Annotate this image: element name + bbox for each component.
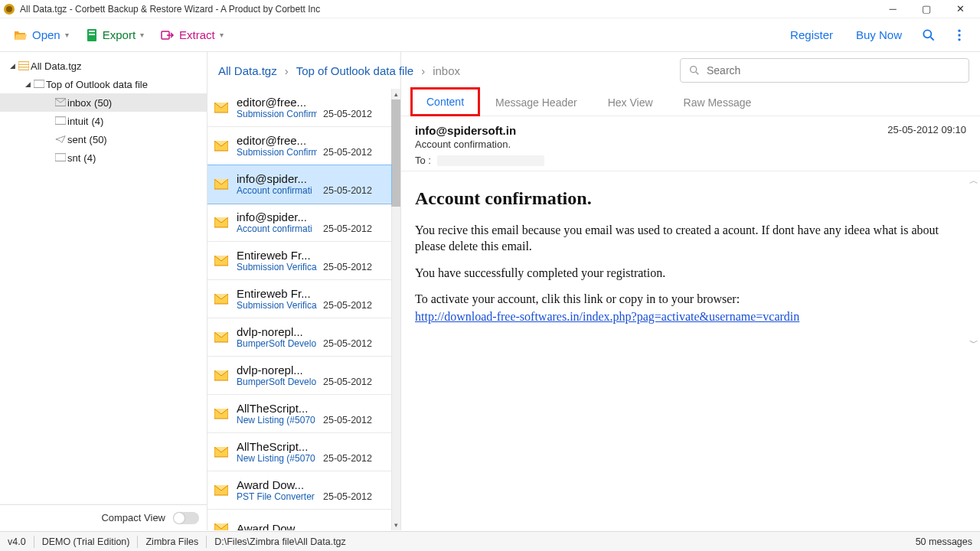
- status-path: D:\Files\Zimbra file\All Data.tgz: [214, 536, 346, 547]
- message-header: 25-05-2012 09:10 info@spidersoft.in Acco…: [401, 116, 980, 171]
- scroll-up-icon[interactable]: ▴: [391, 89, 400, 99]
- svg-rect-14: [55, 117, 66, 125]
- tree-top[interactable]: ◢ Top of Outlook data file: [0, 75, 207, 93]
- compact-view-toggle[interactable]: [173, 512, 199, 524]
- chevron-right-icon: ›: [285, 64, 289, 77]
- window-title: All Data.tgz - Corbett Backup & Restore …: [20, 4, 320, 15]
- compact-view-row: Compact View: [0, 504, 207, 530]
- message-row[interactable]: editor@free...Submission Confirm25-05-20…: [207, 89, 391, 127]
- breadcrumb: All Data.tgz › Top of Outlook data file …: [218, 64, 460, 77]
- crumb-top[interactable]: Top of Outlook data file: [296, 64, 413, 77]
- export-button[interactable]: Export▾: [81, 25, 149, 45]
- svg-rect-12: [34, 80, 44, 88]
- body-p2: You have successfully completed your reg…: [415, 266, 966, 282]
- svg-rect-3: [89, 31, 95, 32]
- status-edition: DEMO (Trial Edition): [42, 536, 130, 547]
- search-icon[interactable]: [917, 24, 940, 47]
- more-icon[interactable]: [948, 24, 971, 47]
- status-bar: v4.0 DEMO (Trial Edition) Zimbra Files D…: [0, 531, 980, 551]
- message-body: ︿ Account confirmation. You recive this …: [401, 171, 980, 353]
- message-row[interactable]: AllTheScript...New Listing (#507025-05-2…: [207, 433, 391, 471]
- mail-icon: [214, 179, 229, 190]
- row-date: 25-05-2012: [323, 109, 372, 119]
- caret-icon[interactable]: ◢: [23, 80, 32, 88]
- crumb-current: inbox: [433, 64, 460, 77]
- row-from: AllTheScript...: [237, 402, 384, 415]
- mail-icon: [214, 256, 229, 266]
- message-row[interactable]: editor@free...Submission Confirm25-05-20…: [207, 127, 391, 165]
- message-row[interactable]: Award Dow...: [207, 510, 391, 530]
- search-input[interactable]: [707, 64, 961, 77]
- row-subject: Submission Confirm: [237, 147, 317, 158]
- list-scrollbar[interactable]: ▴ ▾: [391, 89, 400, 530]
- caret-icon[interactable]: ◢: [8, 62, 17, 70]
- body-p3: To activate your account, clik this link…: [415, 292, 966, 308]
- tab-message-header[interactable]: Message Header: [480, 89, 593, 116]
- row-subject: Account confirmati: [237, 223, 317, 234]
- message-row[interactable]: info@spider...Account confirmati25-05-20…: [207, 165, 391, 204]
- titlebar: All Data.tgz - Corbett Backup & Restore …: [0, 0, 980, 18]
- tree-item-intuit[interactable]: intuit (4): [0, 112, 207, 130]
- mail-icon: [214, 523, 229, 531]
- message-row[interactable]: AllTheScript...New Listing (#507025-05-2…: [207, 395, 391, 433]
- row-subject: Submission Verifica: [237, 262, 317, 272]
- mail-icon: [214, 485, 229, 496]
- row-from: editor@free...: [237, 134, 384, 147]
- mail-icon: [214, 294, 229, 305]
- tree-item-snt[interactable]: snt (4): [0, 148, 207, 167]
- register-link[interactable]: Register: [782, 25, 841, 44]
- svg-rect-4: [89, 34, 95, 35]
- message-row[interactable]: Entireweb Fr...Submission Verifica25-05-…: [207, 242, 391, 280]
- scroll-down-icon[interactable]: ▾: [391, 520, 400, 530]
- body-scroll-down-icon[interactable]: ﹀: [969, 337, 978, 350]
- row-date: 25-05-2012: [323, 262, 372, 272]
- row-from: Entireweb Fr...: [237, 249, 384, 262]
- tree-item-inbox[interactable]: inbox (50): [0, 93, 207, 112]
- preview-tabs: Content Message Header Hex View Raw Mess…: [401, 89, 980, 116]
- message-row[interactable]: Entireweb Fr...Submission Verifica25-05-…: [207, 280, 391, 318]
- message-row[interactable]: Award Dow...PST File Converter :25-05-20…: [207, 471, 391, 510]
- body-scroll-up-icon[interactable]: ︿: [969, 174, 978, 187]
- row-date: 25-05-2012: [323, 147, 372, 158]
- maximize-button[interactable]: ▢: [910, 1, 943, 18]
- svg-point-9: [958, 38, 960, 41]
- list-scrollbar-thumb[interactable]: [391, 99, 400, 207]
- message-from: info@spidersoft.in: [415, 124, 966, 137]
- chevron-down-icon: ▾: [220, 31, 224, 39]
- activation-link[interactable]: http://download-free-softwares.in/index.…: [415, 310, 799, 323]
- status-count: 50 messages: [916, 536, 972, 547]
- crumb-root[interactable]: All Data.tgz: [218, 64, 277, 77]
- row-subject: PST File Converter :: [237, 491, 317, 502]
- row-date: 25-05-2012: [323, 185, 372, 196]
- svg-point-6: [923, 30, 931, 37]
- tab-hex-view[interactable]: Hex View: [593, 89, 668, 116]
- row-from: info@spider...: [237, 210, 384, 223]
- svg-point-8: [958, 34, 960, 36]
- message-row[interactable]: dvlp-norepl...BumperSoft Develo25-05-201…: [207, 357, 391, 395]
- tab-raw-message[interactable]: Raw Message: [668, 89, 767, 116]
- mail-icon: [214, 409, 229, 419]
- row-from: Award Dow...: [237, 478, 384, 491]
- minimize-button[interactable]: ─: [876, 1, 910, 18]
- message-row[interactable]: info@spider...Account confirmati25-05-20…: [207, 204, 391, 242]
- svg-rect-15: [55, 154, 66, 161]
- tree-item-sent[interactable]: sent (50): [0, 130, 207, 148]
- row-date: 25-05-2012: [323, 223, 372, 234]
- extract-button[interactable]: Extract▾: [156, 25, 228, 44]
- file-export-icon: [86, 28, 98, 42]
- open-button[interactable]: Open▾: [9, 25, 74, 44]
- mail-icon: [54, 98, 67, 107]
- tree-root[interactable]: ◢ All Data.tgz: [0, 57, 207, 75]
- folder-icon: [32, 80, 46, 89]
- search-box[interactable]: [680, 58, 969, 83]
- row-from: info@spider...: [237, 172, 384, 185]
- mail-icon: [214, 103, 229, 113]
- chevron-down-icon: ▾: [140, 31, 144, 39]
- buy-now-link[interactable]: Buy Now: [848, 25, 910, 44]
- sent-icon: [54, 135, 67, 144]
- close-button[interactable]: ✕: [943, 1, 977, 18]
- tab-content[interactable]: Content: [410, 87, 480, 116]
- message-list-pane: ▴ ▾ editor@free...Submission Confirm25-0…: [207, 52, 401, 530]
- message-row[interactable]: dvlp-norepl...BumperSoft Develo25-05-201…: [207, 318, 391, 357]
- row-from: AllTheScript...: [237, 440, 384, 453]
